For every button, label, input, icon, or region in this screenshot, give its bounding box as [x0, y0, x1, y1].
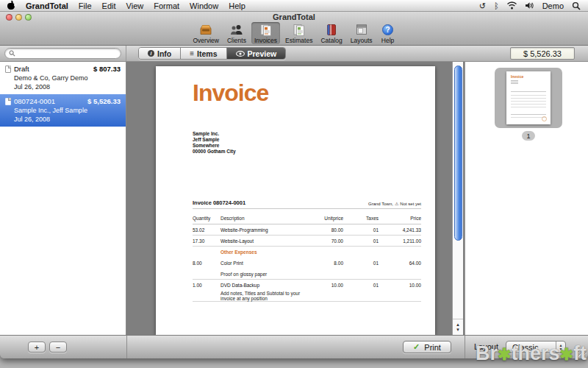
toolbar-clients-button[interactable]: Clients [224, 22, 249, 44]
clients-people-icon [229, 23, 244, 37]
invoice-date: Jul 26, 2008 [5, 83, 121, 91]
bluetooth-icon[interactable]: ᛒ [494, 1, 499, 10]
print-button[interactable]: ✓ Print [403, 341, 451, 353]
toolbar-overview-button[interactable]: Overview [190, 22, 221, 44]
search-input[interactable] [18, 49, 106, 57]
search-field[interactable] [4, 48, 121, 59]
invoice-list-sidebar: Draft $ 807.33 Demo & Co, Garry Demo Jul… [0, 62, 126, 335]
toolbar-invoices-button[interactable]: Invoices [251, 22, 280, 44]
scroll-up-arrow-icon[interactable]: ▲ [456, 322, 460, 327]
divider [465, 336, 465, 358]
toolbar-label: Layouts [351, 37, 373, 44]
preview-area: Invoice Sample Inc. Jeff Sample Somewher… [126, 62, 465, 335]
invoices-document-icon [259, 23, 273, 37]
invoice-line-item: 8.00Color Print8.000164.00 [193, 258, 421, 269]
main-toolbar: Overview Clients Invoices Estimates Cata… [0, 22, 588, 46]
menu-app-name[interactable]: GrandTotal [26, 1, 68, 10]
thumbnail-stamp [542, 116, 547, 121]
apple-menu-icon[interactable] [7, 1, 15, 10]
view-mode-segmented-control: i Info ≡ Items Preview [138, 47, 286, 60]
toolbar-label: Overview [193, 37, 218, 44]
invoice-amount: $ 5,526.33 [87, 97, 121, 105]
tab-preview[interactable]: Preview [227, 48, 286, 59]
page-thumbnails-panel: Invoice 1 [465, 62, 588, 335]
invoice-title: Draft [14, 65, 29, 73]
invoice-line-item: 53.02Website-Programming80.00014,241.33 [193, 224, 421, 236]
window-title: GrandTotal [0, 13, 588, 21]
tab-preview-label: Preview [248, 49, 277, 58]
toolbar-label: Invoices [254, 37, 277, 44]
toolbar-layouts-button[interactable]: Layouts [348, 22, 376, 44]
content-area: Draft $ 807.33 Demo & Co, Garry Demo Jul… [0, 62, 588, 335]
toolbar-help-button[interactable]: ? Help [378, 22, 398, 44]
scroll-down-arrow-icon[interactable]: ▼ [456, 328, 460, 332]
tab-info-label: Info [157, 49, 171, 58]
star-icon: ✱ [498, 345, 511, 364]
invoice-total-badge: $ 5,526.33 [510, 47, 575, 60]
scrollbar-thumb[interactable] [454, 66, 462, 241]
page-thumbnail-selected[interactable]: Invoice [495, 68, 562, 128]
invoice-client: Sample Inc., Jeff Sample [5, 107, 121, 114]
divider [126, 336, 127, 358]
invoice-amount: $ 807.33 [93, 65, 121, 73]
invoice-heading: Invoice [193, 79, 268, 107]
toolbar-label: Estimates [285, 37, 312, 44]
menu-file[interactable]: File [79, 1, 92, 10]
toolbar-label: Catalog [320, 37, 342, 44]
print-button-label: Print [424, 343, 441, 352]
catalog-book-icon [324, 23, 339, 37]
star-icon: ✱ [560, 345, 573, 364]
invoice-section-row: Other Expenses [193, 247, 421, 258]
invoice-table: Quantity Description Unitprice Taxes Pri… [193, 202, 421, 302]
menu-format[interactable]: Format [154, 1, 179, 10]
tab-info[interactable]: i Info [139, 48, 181, 59]
brothersoft-watermark: Br✱thers✱ft [476, 342, 587, 365]
document-icon [5, 98, 11, 105]
preview-scrollbar[interactable]: ▲ ▼ [452, 62, 463, 335]
toolbar-label: Clients [227, 37, 246, 44]
invoice-table-header: Quantity Description Unitprice Taxes Pri… [193, 213, 421, 224]
menu-help[interactable]: Help [229, 1, 245, 10]
invoice-note-row: Proof on glossy paper [193, 269, 421, 280]
layouts-window-icon [354, 23, 369, 37]
volume-icon[interactable] [525, 1, 534, 10]
menu-bar: GrandTotal File Edit View Format Window … [0, 0, 588, 12]
search-icon [9, 50, 15, 57]
spotlight-icon[interactable] [572, 1, 581, 10]
sub-toolbar: i Info ≡ Items Preview $ 5,526.33 [0, 46, 588, 62]
menu-status-user[interactable]: Demo [542, 1, 564, 10]
invoice-client: Demo & Co, Garry Demo [5, 74, 121, 82]
tab-items[interactable]: ≡ Items [181, 48, 226, 59]
menu-edit[interactable]: Edit [102, 1, 116, 10]
wifi-icon[interactable] [507, 1, 517, 10]
info-icon: i [148, 50, 154, 57]
invoice-note-row: Add notes, Titles and Subtotal to your i… [193, 291, 421, 302]
overview-tray-icon [198, 23, 213, 37]
remove-invoice-button[interactable]: − [49, 342, 67, 353]
title-bar[interactable]: GrandTotal [0, 12, 588, 22]
time-machine-icon[interactable]: ↺ [479, 1, 486, 10]
list-icon: ≡ [190, 49, 194, 57]
list-item[interactable]: Draft $ 807.33 Demo & Co, Garry Demo Jul… [0, 62, 126, 94]
tab-items-label: Items [197, 49, 217, 58]
page-number-badge: 1 [522, 131, 535, 141]
search-area [0, 46, 126, 61]
menu-view[interactable]: View [126, 1, 144, 10]
eye-icon [236, 51, 245, 57]
check-icon: ✓ [413, 342, 420, 352]
toolbar-catalog-button[interactable]: Catalog [318, 22, 345, 44]
toolbar-label: Help [381, 37, 394, 44]
toolbar-estimates-button[interactable]: Estimates [282, 22, 315, 44]
add-invoice-button[interactable]: + [28, 342, 46, 353]
list-item-selected[interactable]: 080724-0001 $ 5,526.33 Sample Inc., Jeff… [0, 94, 126, 127]
invoice-line-item: 17.30Website-Layout70.00011,211.00 [193, 236, 421, 247]
invoice-date: Jul 26, 2008 [5, 116, 121, 123]
invoice-page: Invoice Sample Inc. Jeff Sample Somewher… [156, 66, 435, 335]
invoice-title: 080724-0001 [14, 97, 55, 105]
page-thumbnail[interactable]: Invoice [506, 71, 551, 124]
estimates-document-icon [292, 23, 306, 37]
invoice-line-item: 1.00DVD Data-Backup10.000110.00 [193, 280, 421, 291]
menu-window[interactable]: Window [190, 1, 218, 10]
help-question-icon: ? [381, 23, 395, 37]
document-icon [5, 66, 11, 73]
